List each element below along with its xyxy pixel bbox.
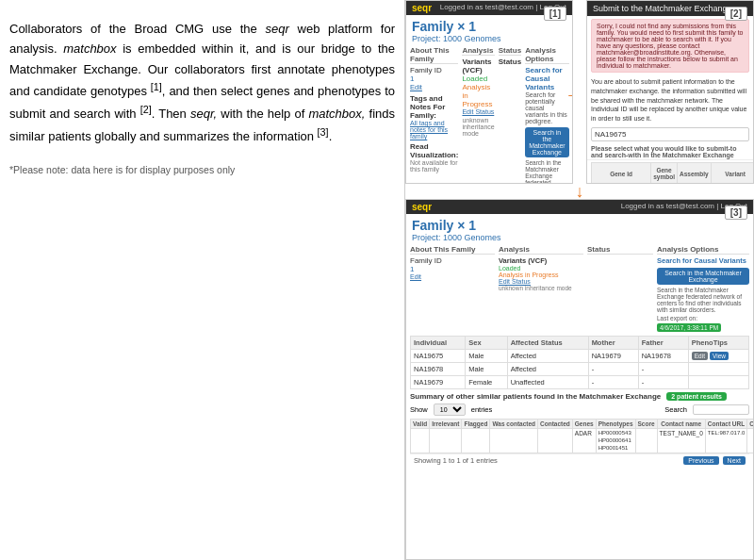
block3-progress: Analysis in Progress <box>499 272 583 278</box>
b3-edit-btn[interactable]: Edit <box>692 352 708 360</box>
options-header: Analysis Options <box>525 46 569 64</box>
block3-label: [3] <box>725 206 747 220</box>
about-col: About This Family Family ID 1 Edit Tags … <box>410 46 458 184</box>
read-viz-label: Read Visualization: <box>410 142 458 159</box>
analysis-progress: Analysis in Progress <box>462 83 494 108</box>
patient-id-input[interactable] <box>591 127 749 141</box>
block3-family-info: Family × 1 Project: 1000 Genomes About T… <box>406 214 753 389</box>
ref-2: [2] <box>140 104 152 115</box>
mme-section-title: Please select what you would like to sub… <box>587 143 753 160</box>
results-table-row: ADAR HP00000543HP00000641HP0001451 TEST_… <box>411 429 755 453</box>
ref-3: [3] <box>318 126 329 138</box>
block3-search-causal: Search for Causal Variants <box>657 256 749 265</box>
block3-loaded: Loaded <box>499 265 583 272</box>
col-contact-name: Contact name <box>657 420 705 429</box>
entries-label: entries <box>471 405 493 414</box>
search-desc: Search for potentially causal variants i… <box>525 91 569 124</box>
block3-individuals-table: Individual Sex Affected Status Mother Fa… <box>410 336 749 389</box>
disclaimer-note: *Please note: data here is for display p… <box>9 164 395 175</box>
status-label: Status <box>499 58 521 66</box>
ref-1: [1] <box>151 81 162 92</box>
results-search-input[interactable] <box>693 404 749 415</box>
block3-top: Family × 1 Project: 1000 Genomes About T… <box>406 214 753 389</box>
results-controls: Show 10 25 50 entries Search <box>410 404 749 416</box>
col-contacted: Contacted <box>538 420 573 429</box>
info-text: You are about to submit patient informat… <box>587 75 753 125</box>
search-causal: Search for Causal Variants <box>525 66 569 91</box>
edit-status-link[interactable]: Edit Status <box>462 108 494 115</box>
block3-screenshot: [3] seqr Logged in as test@test.com | Lo… <box>405 199 754 560</box>
b3-col-mother: Mother <box>588 337 638 350</box>
block3-matchmaker-btn[interactable]: Search in the Matchmaker Exchange <box>657 268 749 285</box>
results-badge: 2 patient results <box>666 392 727 401</box>
col-comments: Comments <box>747 420 754 429</box>
prev-btn[interactable]: Previous <box>683 456 718 465</box>
results-title: Summary of other similar patients found … <box>410 392 661 401</box>
status-header: Status <box>499 46 521 56</box>
results-table: Valid Irrelevant Flagged Was contacted C… <box>410 419 754 453</box>
pagination-area: Showing 1 to 1 of 1 entries Previous Nex… <box>410 453 749 467</box>
tags-link[interactable]: All tags and notes for this family <box>410 120 458 140</box>
b3-table-row: NA19679 Female Unaffected - - <box>411 376 749 389</box>
matchbox-em-2: matchbox, <box>308 107 365 121</box>
read-viz-value: Not available for this family <box>410 159 458 173</box>
last-export-badge: 4/6/2017, 3:38:11 PM <box>657 323 721 332</box>
col-score: Score <box>635 420 657 429</box>
b3-col-phenotips: PhenoTips <box>688 337 748 350</box>
edit-link[interactable]: Edit <box>410 83 458 91</box>
main-text: Collaborators of the Broad CMG use the s… <box>9 19 395 147</box>
project-line: Project: 1000 Genomes <box>406 34 572 46</box>
block3-content-cols: About This Family Family ID 1 Edit Analy… <box>406 245 753 332</box>
pagination-text: Showing 1 to 1 of 1 entries <box>414 456 498 465</box>
block3-edit[interactable]: Edit <box>410 273 495 280</box>
block3-family-title: Family × 1 <box>406 214 753 233</box>
tags-label: Tags and Notes For Family: <box>410 94 458 120</box>
block1-label: [1] <box>544 7 566 21</box>
block3-last-export: Last export on: 4/6/2017, 3:38:11 PM <box>657 315 749 332</box>
assembly-header: Assembly <box>677 162 711 184</box>
family-id-value: 1 <box>410 74 458 83</box>
arrow-right-1: → <box>565 83 573 107</box>
left-panel: Collaborators of the Broad CMG use the s… <box>0 0 405 560</box>
b3-col-status: Affected Status <box>507 337 588 350</box>
show-label: Show <box>410 405 428 414</box>
show-select[interactable]: 10 25 50 <box>434 404 466 416</box>
gene-table: Gene Id Gene symbol Assembly Variant Zyg… <box>591 162 754 184</box>
b3-view-btn[interactable]: View <box>710 352 729 360</box>
analysis-col: Analysis Variants (VCF) Loaded Analysis … <box>462 46 494 184</box>
seqr-logo: seqr <box>412 3 432 13</box>
top-row: [1] seqr Logged in as test@test.com | Lo… <box>405 0 754 184</box>
seqr-em: seqr <box>265 22 288 36</box>
col-was-contacted: Was contacted <box>490 420 538 429</box>
block3-options-col: Analysis Options Search for Causal Varia… <box>657 245 749 332</box>
block3-about-col: About This Family Family ID 1 Edit <box>410 245 495 332</box>
search-label: Search <box>664 405 687 414</box>
inheritance-label: unknown inheritance mode <box>462 117 494 137</box>
gene-id-header: Gene Id <box>592 162 651 184</box>
block3-family-id: Family ID <box>410 256 495 265</box>
col-phenotypes: Phenotypes <box>596 420 635 429</box>
page-buttons: Previous Next <box>683 456 746 465</box>
status-col: Status Status <box>499 46 521 184</box>
results-section: Summary of other similar patients found … <box>406 389 753 469</box>
options-col: Analysis Options Search for Causal Varia… <box>525 46 569 184</box>
col-irrelevant: Irrelevant <box>430 420 462 429</box>
vertical-arrow: ↓ <box>405 184 754 199</box>
col-valid: Valid <box>411 420 430 429</box>
block3-project: Project: 1000 Genomes <box>406 233 753 245</box>
block3-fid-value: 1 <box>410 265 495 273</box>
b3-table-row: NA19675 Male Affected NA19679 NA19678 Ed… <box>411 350 749 363</box>
block1-screenshot: [1] seqr Logged in as test@test.com | Lo… <box>405 0 573 184</box>
block3-analysis-col: Analysis Variants (VCF) Loaded Analysis … <box>499 245 583 332</box>
matchmaker-btn[interactable]: Search in the Matchmaker Exchange <box>525 127 569 157</box>
variants-label: Variants (VCF) <box>462 58 494 74</box>
variant-header: Variant <box>711 162 754 184</box>
next-btn[interactable]: Next <box>723 456 746 465</box>
matchbox-em-1: matchbox <box>63 41 116 56</box>
seqr-em-2: seqr, <box>190 107 217 121</box>
block3-edit-status[interactable]: Edit Status <box>499 278 583 285</box>
matchmaker-desc: Search in the Matchmaker Exchange federa… <box>525 159 569 184</box>
b3-col-father: Father <box>638 337 688 350</box>
family-id-label: Family ID <box>410 66 458 74</box>
block3-inheritance: unknown inheritance mode <box>499 285 583 291</box>
